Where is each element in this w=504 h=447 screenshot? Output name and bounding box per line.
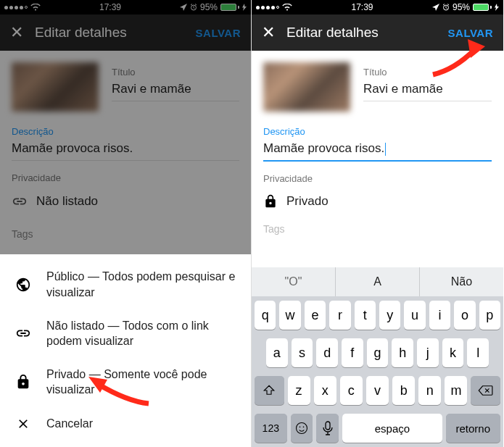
key-123[interactable]: 123 xyxy=(255,414,287,443)
key-c[interactable]: c xyxy=(340,376,363,405)
key-emoji[interactable] xyxy=(291,414,313,443)
signal-dots xyxy=(256,6,279,9)
location-icon xyxy=(180,4,187,11)
wifi-icon xyxy=(282,4,292,11)
close-button[interactable]: ✕ xyxy=(262,23,282,42)
suggestion-3[interactable]: Não xyxy=(420,267,503,296)
key-m[interactable]: m xyxy=(445,376,467,405)
privacy-selector[interactable]: Privado xyxy=(263,188,492,214)
sheet-option-private[interactable]: Privado — Somente você pode visualizar xyxy=(0,358,251,406)
svg-rect-5 xyxy=(326,422,330,430)
charging-icon xyxy=(495,4,499,11)
key-r[interactable]: r xyxy=(329,301,350,330)
signal-dots xyxy=(4,6,28,9)
backspace-icon xyxy=(478,385,494,396)
key-backspace[interactable] xyxy=(471,376,500,405)
title-label: Título xyxy=(363,67,492,78)
key-w[interactable]: w xyxy=(279,301,300,330)
privacy-selector[interactable]: Não listado xyxy=(12,188,239,215)
status-time: 17:39 xyxy=(99,2,121,12)
key-z[interactable]: z xyxy=(288,376,310,405)
status-time: 17:39 xyxy=(351,2,373,12)
key-h[interactable]: h xyxy=(392,338,413,367)
battery-pct: 95% xyxy=(200,2,218,12)
key-y[interactable]: y xyxy=(379,301,400,330)
sheet-cancel[interactable]: Cancelar xyxy=(0,406,251,441)
key-u[interactable]: u xyxy=(404,301,425,330)
privacy-action-sheet: Público — Todos podem pesquisar e visual… xyxy=(0,254,251,447)
emoji-icon xyxy=(294,421,309,435)
battery-icon xyxy=(220,4,239,11)
key-p[interactable]: p xyxy=(479,301,500,330)
title-label: Título xyxy=(112,67,239,78)
mic-icon xyxy=(323,421,333,435)
suggestion-1[interactable]: "O" xyxy=(252,267,336,296)
status-bar: 17:39 95% xyxy=(252,0,503,14)
key-s[interactable]: s xyxy=(292,338,313,367)
globe-icon xyxy=(15,277,31,293)
key-t[interactable]: t xyxy=(355,301,376,330)
video-thumbnail[interactable] xyxy=(12,62,99,112)
lock-icon xyxy=(263,194,278,209)
video-thumbnail[interactable] xyxy=(263,62,350,112)
key-e[interactable]: e xyxy=(305,301,326,330)
description-input[interactable]: Mamãe provoca risos. xyxy=(263,141,492,162)
title-input[interactable]: Ravi e mamãe xyxy=(363,82,492,101)
key-f[interactable]: f xyxy=(342,338,363,367)
key-x[interactable]: x xyxy=(314,376,336,405)
key-v[interactable]: v xyxy=(366,376,389,405)
link-icon xyxy=(12,193,28,209)
text-cursor xyxy=(385,143,386,156)
description-label: Descrição xyxy=(12,126,239,137)
key-o[interactable]: o xyxy=(454,301,475,330)
svg-point-2 xyxy=(297,423,307,434)
key-mic[interactable] xyxy=(316,414,339,443)
keyboard-suggestions: "O" A Não xyxy=(252,267,503,296)
sheet-private-text: Privado — Somente você pode visualizar xyxy=(46,367,236,398)
nav-bar: ✕ Editar detalhes SALVAR xyxy=(252,14,503,51)
key-space[interactable]: espaço xyxy=(342,414,442,443)
title-input[interactable]: Ravi e mamãe xyxy=(112,82,239,101)
alarm-icon xyxy=(442,4,450,11)
lock-icon xyxy=(15,374,31,390)
key-g[interactable]: g xyxy=(367,338,389,367)
charging-icon xyxy=(242,4,247,11)
save-button[interactable]: SALVAR xyxy=(448,27,493,39)
link-icon xyxy=(15,325,31,341)
sheet-public-text: Público — Todos podem pesquisar e visual… xyxy=(46,269,236,300)
key-j[interactable]: j xyxy=(417,338,439,367)
description-label: Descrição xyxy=(263,126,492,137)
key-b[interactable]: b xyxy=(392,376,415,405)
key-n[interactable]: n xyxy=(418,376,441,405)
privacy-label: Privacidade xyxy=(263,173,492,184)
tags-label: Tags xyxy=(0,218,251,246)
nav-title: Editar detalhes xyxy=(282,25,448,41)
wifi-icon xyxy=(30,4,41,11)
sheet-unlisted-text: Não listado — Todos com o link podem vis… xyxy=(46,318,236,349)
key-shift[interactable] xyxy=(255,376,284,405)
key-q[interactable]: q xyxy=(255,301,276,330)
key-a[interactable]: a xyxy=(266,338,288,367)
key-return[interactable]: retorno xyxy=(446,414,500,443)
close-button[interactable]: ✕ xyxy=(10,23,30,42)
key-d[interactable]: d xyxy=(316,338,338,367)
save-button[interactable]: SALVAR xyxy=(196,27,241,39)
close-icon xyxy=(16,417,30,431)
key-k[interactable]: k xyxy=(442,338,464,367)
privacy-value: Privado xyxy=(286,194,329,209)
description-input[interactable]: Mamãe provoca risos. xyxy=(12,141,239,161)
sheet-cancel-text: Cancelar xyxy=(46,416,93,432)
keyboard-row-1: q w e r t y u i o p xyxy=(252,296,503,334)
sheet-option-unlisted[interactable]: Não listado — Todos com o link podem vis… xyxy=(0,309,251,358)
key-l[interactable]: l xyxy=(467,338,489,367)
alarm-icon xyxy=(190,4,197,11)
suggestion-2[interactable]: A xyxy=(336,267,420,296)
nav-title: Editar detalhes xyxy=(30,25,196,41)
sheet-option-public[interactable]: Público — Todos podem pesquisar e visual… xyxy=(0,260,251,309)
svg-point-4 xyxy=(303,427,305,428)
shift-icon xyxy=(263,384,276,397)
privacy-label: Privacidade xyxy=(12,172,239,183)
key-i[interactable]: i xyxy=(429,301,450,330)
screen-left: 17:39 95% ✕ Editar detalhes SALVAR Títul… xyxy=(0,0,252,447)
screen-right: 17:39 95% ✕ Editar detalhes SALVAR Títul… xyxy=(252,0,503,447)
